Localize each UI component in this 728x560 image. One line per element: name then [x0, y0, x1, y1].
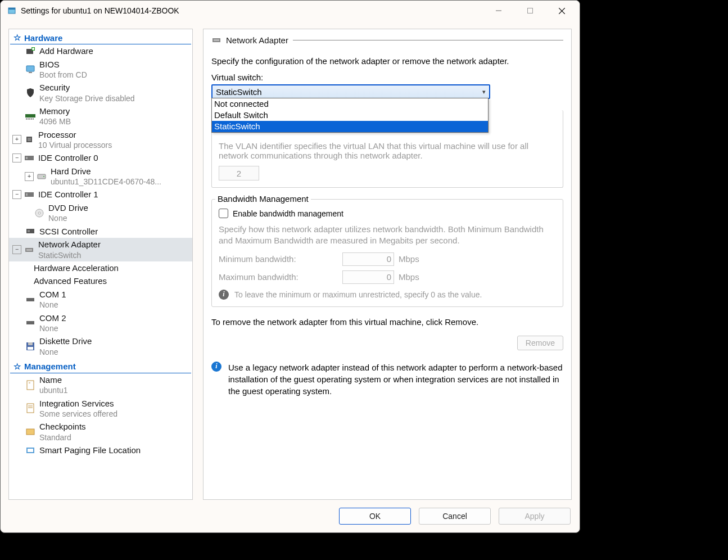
virtual-switch-combo[interactable]: StaticSwitch ▾ Not connected Default Swi… [211, 84, 490, 99]
svg-rect-14 [28, 118, 29, 120]
combo-dropdown: Not connected Default Switch StaticSwitc… [211, 98, 489, 133]
collapse-icon[interactable]: − [12, 153, 21, 162]
enable-bandwidth-checkbox[interactable] [219, 209, 228, 218]
svg-rect-17 [33, 118, 34, 120]
sidebar-scsi[interactable]: SCSI Controller [9, 225, 192, 238]
collapse-icon[interactable]: − [12, 190, 21, 199]
max-bandwidth-input[interactable] [342, 270, 394, 284]
min-bandwidth-unit: Mbps [399, 254, 419, 264]
app-icon [7, 6, 16, 15]
combo-selected[interactable]: StaticSwitch ▾ [211, 84, 490, 99]
apply-button[interactable]: Apply [499, 508, 571, 525]
cancel-button[interactable]: Cancel [419, 508, 491, 525]
combo-option-default-switch[interactable]: Default Switch [212, 110, 488, 121]
bios-icon [25, 64, 36, 74]
settings-window: Settings for ubuntu1 on NEW104014-ZBOOK … [0, 0, 580, 533]
controller-icon [24, 189, 35, 200]
panel-title-row: Network Adapter [211, 35, 563, 45]
name-icon [25, 380, 36, 390]
com-port-icon [25, 295, 36, 305]
sidebar-name[interactable]: Nameubuntu1 [9, 373, 192, 397]
svg-rect-33 [26, 321, 34, 324]
max-bandwidth-label: Maximum bandwidth: [219, 272, 342, 282]
svg-rect-31 [26, 249, 32, 251]
titlebar: Settings for ubuntu1 on NEW104014-ZBOOK [1, 1, 580, 21]
remove-button[interactable]: Remove [517, 336, 563, 350]
sidebar-ide0[interactable]: − IDE Controller 0 [9, 151, 192, 165]
expand-icon[interactable]: + [12, 135, 21, 144]
sidebar-com1[interactable]: COM 1None [9, 288, 192, 311]
content-body: ☆ Hardware Add Hardware BIOSBoot from CD… [1, 21, 580, 502]
max-bandwidth-unit: Mbps [399, 272, 419, 282]
cpu-icon [24, 134, 35, 144]
sidebar-diskette[interactable]: Diskette DriveNone [9, 335, 192, 358]
minimize-button[interactable] [483, 1, 514, 21]
svg-rect-21 [26, 157, 28, 159]
info-icon: i [219, 290, 229, 300]
sidebar-hw-accel[interactable]: Hardware Acceleration [9, 261, 192, 275]
navigation-sidebar[interactable]: ☆ Hardware Add Hardware BIOSBoot from CD… [8, 29, 193, 500]
memory-icon [25, 111, 36, 121]
svg-point-27 [38, 212, 40, 214]
combo-selected-text: StaticSwitch [216, 87, 262, 97]
svg-rect-44 [28, 449, 33, 452]
sidebar-hard-drive[interactable]: + Hard Driveubuntu1_3D11CDE4-0670-48... [9, 165, 192, 188]
svg-rect-16 [31, 118, 32, 120]
sidebar-integration[interactable]: Integration ServicesSome services offere… [9, 397, 192, 421]
combo-option-static-switch[interactable]: StaticSwitch [212, 121, 488, 132]
bandwidth-legend: Bandwidth Management [215, 194, 311, 204]
svg-rect-29 [28, 230, 30, 232]
svg-rect-39 [27, 404, 34, 413]
info-icon: i [211, 362, 221, 372]
bandwidth-help: Specify how this network adapter utilize… [219, 224, 556, 247]
sidebar-com2[interactable]: COM 2None [9, 311, 192, 335]
sidebar-ide1[interactable]: − IDE Controller 1 [9, 188, 192, 201]
svg-rect-32 [26, 298, 34, 301]
combo-option-not-connected[interactable]: Not connected [212, 98, 488, 110]
sidebar-security[interactable]: SecurityKey Storage Drive disabled [9, 81, 192, 105]
vlan-id-input[interactable] [219, 166, 259, 180]
virtual-switch-label: Virtual switch: [211, 73, 563, 82]
section-hardware-label: Hardware [24, 33, 62, 43]
max-bandwidth-row: Maximum bandwidth: Mbps [219, 270, 556, 284]
collapse-icon[interactable]: − [12, 245, 21, 254]
sidebar-dvd-drive[interactable]: DVD DriveNone [9, 201, 192, 225]
settings-panel: Network Adapter Specify the configuratio… [203, 29, 572, 500]
svg-rect-9 [32, 48, 34, 49]
title-divider [293, 40, 563, 40]
scsi-icon [25, 226, 36, 236]
bandwidth-tip: To leave the minimum or maximum unrestri… [234, 290, 482, 299]
sidebar-bios[interactable]: BIOSBoot from CD [9, 58, 192, 82]
sidebar-smart-paging[interactable]: Smart Paging File Location [9, 444, 192, 457]
checkpoints-icon [25, 427, 36, 437]
section-management[interactable]: ☆ Management [10, 359, 191, 373]
min-bandwidth-input[interactable] [342, 252, 394, 266]
ok-button[interactable]: OK [339, 508, 411, 525]
sidebar-network-adapter[interactable]: − Network AdapterStaticSwitch [9, 238, 192, 261]
expand-icon[interactable]: + [25, 172, 34, 181]
panel-description: Specify the configuration of the network… [211, 56, 563, 66]
collapse-icon: ☆ [13, 33, 21, 43]
svg-rect-11 [29, 72, 32, 73]
window-title: Settings for ubuntu1 on NEW104014-ZBOOK [21, 6, 483, 15]
section-management-label: Management [24, 362, 76, 371]
close-button[interactable] [546, 1, 577, 21]
maximize-button[interactable] [514, 1, 546, 21]
svg-rect-15 [29, 118, 30, 120]
min-bandwidth-row: Minimum bandwidth: Mbps [219, 252, 556, 266]
svg-rect-13 [26, 118, 27, 120]
svg-rect-19 [28, 138, 31, 141]
sidebar-adv-features[interactable]: Advanced Features [9, 274, 192, 288]
network-adapter-icon [211, 35, 221, 45]
dvd-icon [34, 208, 45, 218]
com-port-icon [25, 318, 36, 328]
controller-icon [24, 153, 35, 163]
section-hardware[interactable]: ☆ Hardware [10, 30, 191, 44]
sidebar-processor[interactable]: + Processor10 Virtual processors [9, 128, 192, 152]
svg-rect-37 [27, 381, 34, 390]
sidebar-memory[interactable]: Memory4096 MB [9, 105, 192, 128]
remove-text: To remove the network adapter from this … [211, 317, 478, 327]
sidebar-add-hardware[interactable]: Add Hardware [9, 44, 192, 58]
svg-rect-1 [8, 8, 15, 10]
sidebar-checkpoints[interactable]: CheckpointsStandard [9, 420, 192, 444]
